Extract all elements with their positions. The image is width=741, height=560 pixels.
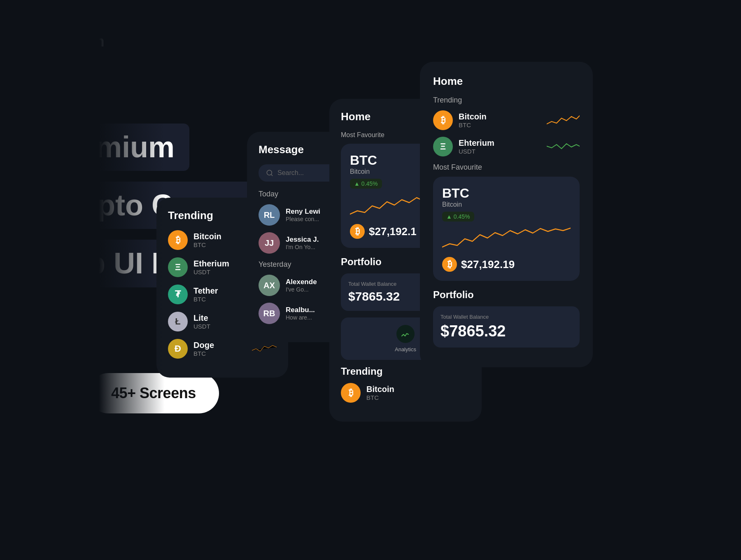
portfolio-card-2: Total Wallet Balance $7865.32 [433, 306, 580, 348]
search-icon [266, 169, 273, 177]
msg-realbu-name: Realbu... [286, 306, 315, 314]
btc-icon [168, 230, 188, 250]
btc-name: Bitcoin [193, 232, 221, 241]
svg-rect-3 [48, 397, 56, 404]
msg-reny-preview: Please con... [286, 216, 320, 222]
svg-rect-0 [48, 382, 56, 390]
trend-eth-name: Ehterium [459, 138, 494, 148]
portfolio-value-2: $7865.32 [440, 322, 572, 340]
trend-eth-sparkline [547, 140, 580, 153]
trending-section-header: Trending [341, 366, 470, 377]
btc-change-badge: ▲ 0.45% [350, 179, 382, 189]
msg-alex-name: Alexende [286, 278, 317, 286]
home-right-fav-label: Most Favourite [433, 163, 580, 172]
msg-realbu-preview: How are... [286, 314, 315, 321]
svg-rect-2 [48, 390, 56, 397]
eth-ticker: USDT [193, 268, 229, 275]
eth-name: Etherium [193, 259, 229, 268]
btc-price-icon-2 [442, 257, 457, 272]
screens-button[interactable]: 45+ Screens [88, 373, 219, 413]
lite-name: Lite [193, 313, 210, 323]
trend-eth-ticker: USDT [459, 148, 494, 155]
hero-line1-badge: Premium [33, 124, 189, 171]
search-placeholder: Search... [277, 169, 304, 177]
avatar-reny: RL [259, 204, 280, 226]
msg-jessica-name: Jessica J. [286, 236, 319, 244]
svg-point-4 [56, 390, 63, 397]
btc-price-icon [350, 224, 365, 239]
portfolio-label-2: Total Wallet Balance [440, 314, 572, 320]
overlay-bottom [0, 478, 741, 560]
logo: ◆ DotCoin [33, 33, 104, 50]
doge-sparkline [252, 344, 277, 354]
trend-btc-ticker: BTC [459, 121, 487, 128]
tether-name: Tether [193, 286, 218, 296]
trend-btc-sparkline [547, 114, 580, 126]
eth-icon [168, 257, 188, 277]
msg-reny-name: Reny Lewi [286, 208, 320, 216]
doge-icon [168, 339, 188, 359]
msg-jessica-preview: I'm On Yo... [286, 244, 319, 250]
btc-name-2: Bitcoin [442, 201, 571, 208]
btc-chart-2 [442, 226, 571, 251]
trending-btc-row[interactable]: Bitcoin BTC [341, 383, 470, 403]
btc-price-text-2: $27,192.19 [461, 258, 515, 271]
avatar-alex: AX [259, 275, 280, 296]
tether-ticker: BTC [193, 296, 218, 303]
lite-ticker: USDT [193, 323, 210, 330]
portfolio-header-2: Portfolio [433, 289, 580, 301]
trend-eth-icon [433, 137, 453, 156]
hero-line1-text: Premium [48, 131, 175, 163]
analytics-icon [396, 325, 415, 343]
btc-ticker-2: BTC [442, 186, 571, 201]
trending-btc-name: Bitcoin [366, 385, 394, 394]
avatar-realbu: RB [259, 303, 280, 324]
tether-icon [168, 285, 188, 304]
home-right-card: Home Trending Bitcoin BTC Ehterium USDT … [420, 62, 593, 367]
btc-price-text: $27,192.1 [369, 225, 417, 238]
logo-diamond-icon: ◆ [33, 34, 43, 49]
trend-btc-name: Bitcoin [459, 112, 487, 121]
lite-icon [168, 312, 188, 331]
analytics-label: Analytics [395, 346, 416, 352]
trending-btc-item[interactable]: Bitcoin BTC [433, 110, 580, 130]
trending-btc-icon [341, 383, 361, 403]
trending-btc-ticker: BTC [366, 394, 394, 401]
figma-button[interactable] [33, 371, 78, 416]
btc-change-2: ▲ 0.45% [442, 212, 474, 222]
svg-rect-1 [56, 382, 63, 390]
msg-alex-preview: I've Go... [286, 286, 317, 293]
logo-text: DotCoin [48, 33, 104, 50]
figma-icon [44, 382, 67, 404]
doge-name: Doge [193, 341, 214, 350]
btc-main-card-2[interactable]: BTC Bitcoin ▲ 0.45% $27,192.19 [433, 177, 580, 281]
btc-ticker: BTC [193, 241, 221, 248]
home-right-trending-label: Trending [433, 96, 580, 105]
trend-btc-icon [433, 110, 453, 130]
doge-ticker: BTC [193, 350, 214, 357]
trending-eth-item[interactable]: Ehterium USDT [433, 137, 580, 156]
avatar-jessica: JJ [259, 232, 280, 254]
home-right-title: Home [433, 75, 580, 88]
